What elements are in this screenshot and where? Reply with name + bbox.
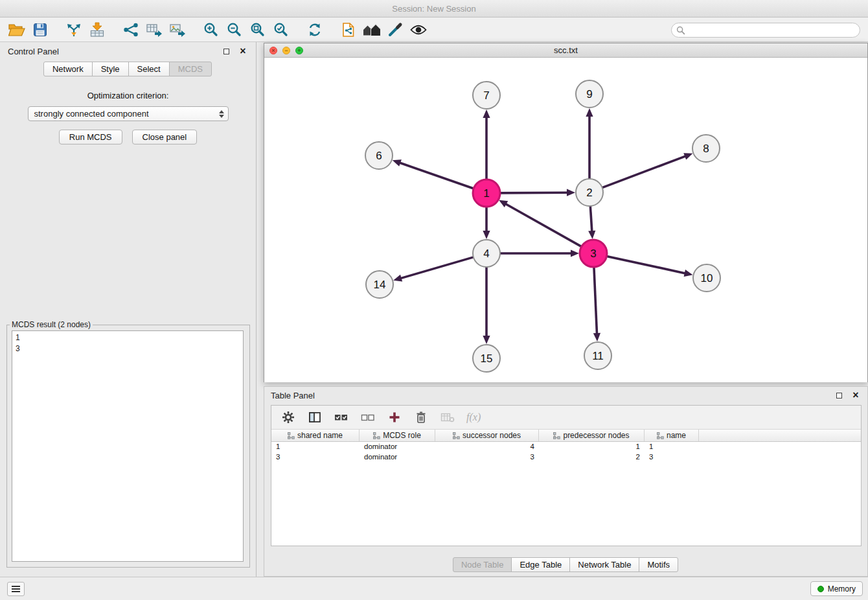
network-import-icon bbox=[65, 22, 82, 38]
table-cell[interactable]: 2 bbox=[539, 452, 645, 463]
memory-button[interactable]: Memory bbox=[810, 581, 863, 596]
graph-edge-1-4[interactable] bbox=[483, 207, 490, 239]
graph-node-4[interactable]: 4 bbox=[473, 240, 500, 267]
search-input[interactable] bbox=[685, 24, 860, 36]
mcds-result-groupbox: MCDS result (2 nodes) 13 bbox=[6, 320, 250, 568]
graph-node-2[interactable]: 2 bbox=[576, 179, 603, 206]
column-header-successor-nodes[interactable]: successor nodes bbox=[435, 430, 539, 441]
table-cell[interactable]: 1 bbox=[645, 442, 699, 452]
result-line: 1 bbox=[16, 332, 240, 343]
table-cell[interactable]: dominator bbox=[360, 442, 435, 452]
graph-edge-4-3[interactable] bbox=[500, 249, 579, 257]
search-box[interactable] bbox=[671, 23, 860, 38]
graph-edge-2-8[interactable] bbox=[602, 153, 693, 187]
zoom-out-icon[interactable] bbox=[223, 19, 246, 40]
double-house-icon[interactable] bbox=[360, 19, 383, 40]
graph-node-7[interactable]: 7 bbox=[473, 82, 500, 109]
svg-text:1: 1 bbox=[483, 187, 489, 200]
float-panel-icon[interactable] bbox=[221, 46, 231, 56]
close-panel-icon[interactable]: × bbox=[238, 46, 248, 56]
graph-edge-4-15[interactable] bbox=[483, 267, 490, 344]
graph-node-14[interactable]: 14 bbox=[366, 271, 393, 298]
save-session-icon[interactable] bbox=[29, 19, 52, 40]
graph-node-3[interactable]: 3 bbox=[580, 240, 607, 267]
column-header-MCDS-role[interactable]: MCDS role bbox=[360, 430, 435, 441]
close-table-panel-icon[interactable]: × bbox=[851, 390, 861, 400]
criterion-dropdown[interactable]: strongly connected component bbox=[28, 106, 229, 121]
tab-network-table[interactable]: Network Table bbox=[569, 557, 639, 572]
trash-icon[interactable] bbox=[413, 410, 429, 425]
minimize-window-button[interactable]: − bbox=[282, 47, 290, 54]
control-panel-header: Control Panel × bbox=[0, 42, 256, 60]
zoom-in-icon[interactable] bbox=[200, 19, 223, 40]
hamburger-menu-button[interactable] bbox=[7, 582, 25, 596]
table-row[interactable]: 1dominator411 bbox=[271, 442, 861, 452]
table-cell[interactable]: 1 bbox=[271, 442, 360, 452]
tab-motifs[interactable]: Motifs bbox=[639, 557, 678, 572]
open-session-icon[interactable] bbox=[5, 19, 29, 40]
refresh-icon[interactable] bbox=[303, 19, 326, 40]
graph-node-6[interactable]: 6 bbox=[365, 142, 393, 169]
table-cell[interactable]: 1 bbox=[539, 442, 645, 452]
table-cell[interactable]: 4 bbox=[435, 442, 539, 452]
eye-icon[interactable] bbox=[407, 19, 430, 40]
tab-select[interactable]: Select bbox=[128, 62, 170, 76]
tab-style[interactable]: Style bbox=[92, 62, 129, 76]
export-table-icon[interactable] bbox=[143, 19, 166, 40]
svg-text:11: 11 bbox=[592, 350, 604, 362]
export-image-icon[interactable] bbox=[166, 19, 189, 40]
graph-edge-1-7[interactable] bbox=[483, 110, 490, 179]
graph-node-8[interactable]: 8 bbox=[692, 135, 720, 162]
graph-node-15[interactable]: 15 bbox=[473, 345, 500, 372]
import-table-icon[interactable] bbox=[86, 19, 109, 40]
close-panel-button[interactable]: Close panel bbox=[132, 130, 198, 144]
column-header-shared-name[interactable]: shared name bbox=[271, 430, 360, 441]
network-window: × − + scc.txt 7968124314101511 bbox=[264, 43, 868, 382]
column-header-name[interactable]: name bbox=[645, 430, 699, 441]
magnifier-plus-icon bbox=[203, 22, 219, 38]
graph-node-9[interactable]: 9 bbox=[576, 80, 603, 108]
import-network-icon[interactable] bbox=[62, 19, 86, 40]
deselect-all-icon[interactable] bbox=[360, 410, 376, 425]
table-row[interactable]: 3dominator323 bbox=[271, 452, 861, 463]
mcds-result-list[interactable]: 13 bbox=[12, 330, 244, 562]
graph-node-10[interactable]: 10 bbox=[693, 264, 720, 292]
graph-edge-3-1[interactable] bbox=[499, 200, 582, 247]
table-options-gear-icon[interactable] bbox=[280, 410, 296, 425]
column-header-predecessor-nodes[interactable]: predecessor nodes bbox=[539, 430, 645, 441]
clone-network-icon[interactable] bbox=[337, 19, 360, 40]
float-table-panel-icon[interactable] bbox=[834, 390, 844, 400]
control-panel-tabs: NetworkStyleSelectMCDS bbox=[0, 62, 256, 76]
tab-edge-table[interactable]: Edge Table bbox=[511, 557, 570, 572]
tab-mcds[interactable]: MCDS bbox=[169, 62, 212, 76]
close-window-button[interactable]: × bbox=[269, 47, 277, 54]
graph-edge-2-9[interactable] bbox=[586, 108, 593, 179]
select-all-icon[interactable] bbox=[334, 410, 349, 425]
table-cell[interactable]: dominator bbox=[360, 452, 435, 463]
tab-network[interactable]: Network bbox=[43, 62, 93, 76]
graph-node-1[interactable]: 1 bbox=[473, 179, 500, 207]
network-canvas[interactable]: 7968124314101511 bbox=[264, 58, 867, 382]
network-window-titlebar[interactable]: × − + scc.txt bbox=[264, 43, 867, 58]
add-column-icon[interactable] bbox=[387, 410, 402, 425]
table-cell[interactable]: 3 bbox=[645, 452, 699, 463]
graph-node-11[interactable]: 11 bbox=[584, 342, 611, 369]
zoom-window-button[interactable]: + bbox=[295, 47, 303, 54]
graph-edge-4-14[interactable] bbox=[393, 257, 474, 282]
show-columns-icon[interactable] bbox=[307, 410, 323, 425]
statusbar: Memory bbox=[0, 577, 868, 600]
table-cell[interactable]: 3 bbox=[271, 452, 360, 463]
graph-edge-3-11[interactable] bbox=[593, 267, 600, 341]
graph-edge-3-10[interactable] bbox=[607, 256, 693, 277]
graph-edge-1-6[interactable] bbox=[393, 159, 474, 189]
run-mcds-button[interactable]: Run MCDS bbox=[59, 130, 122, 144]
zoom-fit-icon[interactable] bbox=[246, 19, 269, 40]
style-wand-icon[interactable] bbox=[383, 19, 407, 40]
export-network-icon[interactable] bbox=[119, 19, 143, 40]
tab-node-table[interactable]: Node Table bbox=[453, 557, 512, 572]
graph-edge-1-2[interactable] bbox=[500, 189, 575, 196]
graph-edge-2-3[interactable] bbox=[588, 206, 595, 239]
dropdown-stepper-icon bbox=[219, 110, 225, 118]
table-cell[interactable]: 3 bbox=[435, 452, 539, 463]
zoom-selected-icon[interactable] bbox=[269, 19, 293, 40]
